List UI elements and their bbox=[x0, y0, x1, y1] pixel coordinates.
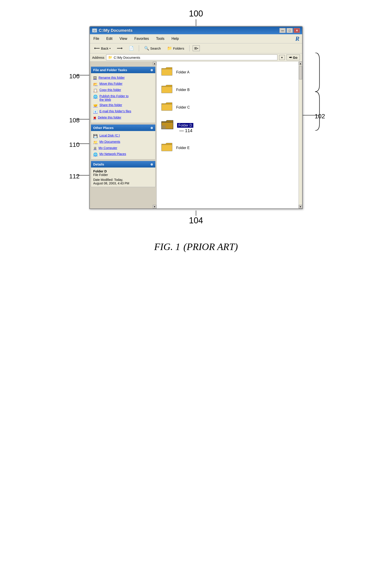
toolbar-divider-2 bbox=[189, 45, 190, 51]
task-share[interactable]: 🤝 Share this folder bbox=[93, 102, 153, 108]
folder-e-icon bbox=[161, 142, 173, 154]
go-label: Go bbox=[293, 56, 297, 59]
details-title: Details bbox=[93, 162, 104, 166]
folder-d-icon bbox=[161, 119, 174, 132]
menu-view[interactable]: View bbox=[119, 36, 128, 41]
left-scroll-up[interactable]: ▲ bbox=[153, 62, 156, 65]
details-collapse[interactable]: ⊗ bbox=[150, 162, 153, 166]
menu-bar: File Edit View Favorites Tools Help R bbox=[90, 34, 302, 43]
folder-d-label-wrapper: Folder D — 114 bbox=[177, 123, 193, 128]
forward-icon: ⟶ bbox=[117, 46, 123, 51]
folder-d-label: Folder D bbox=[177, 123, 193, 128]
figure-caption-main: FIG. 1 bbox=[154, 241, 180, 252]
folder-d-item[interactable]: Folder D — 114 bbox=[161, 119, 294, 132]
local-disk-icon: 💾 bbox=[93, 134, 98, 138]
folder-a-item[interactable]: Folder A bbox=[161, 66, 294, 78]
details-header[interactable]: Details ⊗ bbox=[91, 161, 155, 168]
annotation-114: — 114 bbox=[179, 128, 192, 133]
details-date-line1: Date Modified: Today, bbox=[93, 178, 153, 182]
move-icon: 📂 bbox=[93, 82, 98, 86]
task-move[interactable]: 📂 Move this Folder bbox=[93, 81, 153, 87]
annotation-110: 110 bbox=[69, 141, 80, 148]
menu-favorites[interactable]: Favorites bbox=[133, 36, 150, 41]
go-button[interactable]: ➡ Go bbox=[287, 54, 300, 60]
place-my-documents[interactable]: 📁 My Documents bbox=[93, 139, 153, 145]
search-label: Search bbox=[150, 46, 161, 50]
annotation-100: 100 bbox=[189, 9, 203, 19]
place-local-disk[interactable]: 💾 Local Disk (C:) bbox=[93, 133, 153, 139]
details-body: Folder D File Folder Date Modified: Toda… bbox=[91, 168, 155, 187]
window-controls: — □ ✕ bbox=[279, 28, 300, 33]
title-bar[interactable]: 🗂 C:\My Documents — □ ✕ bbox=[90, 27, 302, 34]
folder-c-icon bbox=[161, 101, 173, 113]
place-my-computer[interactable]: 🖥 My Computer bbox=[93, 145, 153, 151]
window-title: C:\My Documents bbox=[99, 28, 133, 33]
folder-c-item[interactable]: Folder C bbox=[161, 101, 294, 113]
folder-a-icon bbox=[161, 66, 173, 78]
scroll-thumb[interactable] bbox=[299, 66, 302, 79]
scroll-down-button[interactable]: ▼ bbox=[299, 205, 302, 208]
details-folder-name: Folder D bbox=[93, 169, 153, 173]
task-publish-label: Publish this Folder to the Web bbox=[99, 94, 129, 101]
address-dropdown[interactable]: ▾ bbox=[279, 55, 285, 60]
brace-102 bbox=[314, 53, 321, 130]
address-path: C:\My Documents bbox=[114, 56, 140, 59]
place-my-computer-label: My Computer bbox=[98, 146, 117, 150]
view-button[interactable]: ⊞ ▾ bbox=[193, 45, 200, 51]
scroll-up-button[interactable]: ▲ bbox=[299, 62, 302, 65]
task-publish[interactable]: 🌐 Publish this Folder to the Web bbox=[93, 93, 153, 102]
address-folder-icon: 📁 bbox=[108, 55, 112, 59]
details-folder-type: File Folder bbox=[93, 173, 153, 177]
minimize-button[interactable]: — bbox=[279, 28, 286, 33]
right-scrollbar[interactable]: ▲ ▼ bbox=[299, 62, 302, 208]
forward-button[interactable]: ⟶ bbox=[115, 45, 125, 52]
task-copy[interactable]: 📋 Copy this folder bbox=[93, 87, 153, 93]
title-bar-icon: 🗂 bbox=[92, 29, 97, 32]
go-arrow-icon: ➡ bbox=[289, 55, 292, 59]
figure-caption: FIG. 1 (PRIOR ART) bbox=[154, 239, 238, 253]
task-rename[interactable]: 🖼 Rename this folder bbox=[93, 75, 153, 81]
maximize-button[interactable]: □ bbox=[287, 28, 293, 33]
refresh-button[interactable]: 📄 bbox=[127, 45, 136, 52]
annotation-106: 106 bbox=[69, 73, 80, 80]
other-places-header[interactable]: Other Places ⊗ bbox=[91, 125, 155, 131]
left-panel: ▲ File and Folder Tasks ⊗ 🖼 Rename this … bbox=[90, 62, 157, 208]
address-bar: Address 📁 C:\My Documents ▾ ➡ Go bbox=[90, 53, 302, 62]
folder-e-label: Folder E bbox=[176, 146, 190, 150]
share-icon: 🤝 bbox=[93, 103, 98, 108]
task-rename-label: Rename this folder bbox=[98, 76, 125, 79]
close-button[interactable]: ✕ bbox=[294, 28, 300, 33]
other-places-collapse[interactable]: ⊗ bbox=[150, 126, 153, 130]
refresh-icon: 📄 bbox=[129, 46, 134, 51]
task-email-label: E-mail this folder's files bbox=[99, 109, 131, 113]
left-scroll-down[interactable]: ▼ bbox=[153, 205, 156, 208]
right-panel: Folder A Folder B bbox=[157, 62, 299, 208]
other-places-section: Other Places ⊗ 💾 Local Disk (C:) 📁 My Do… bbox=[91, 124, 155, 160]
search-button[interactable]: 🔍 Search bbox=[142, 45, 163, 52]
file-folder-tasks-title: File and Folder Tasks bbox=[93, 68, 127, 72]
place-my-network-label: My Network Places bbox=[99, 152, 126, 156]
back-button[interactable]: ⟵ Back ▾ bbox=[92, 45, 113, 52]
details-section: Details ⊗ Folder D File Folder Date Modi… bbox=[91, 161, 155, 187]
email-icon: 📧 bbox=[93, 110, 98, 114]
folders-button[interactable]: 📁 Folders bbox=[165, 45, 186, 52]
file-folder-tasks-collapse[interactable]: ⊗ bbox=[150, 68, 153, 72]
menu-file[interactable]: File bbox=[93, 36, 100, 41]
task-delete[interactable]: ✖ Delete this folder bbox=[93, 115, 153, 121]
file-folder-tasks-header[interactable]: File and Folder Tasks ⊗ bbox=[91, 67, 155, 73]
search-icon: 🔍 bbox=[144, 46, 149, 51]
back-icon: ⟵ bbox=[94, 46, 100, 51]
task-email[interactable]: 📧 E-mail this folder's files bbox=[93, 108, 153, 115]
annotation-104: 104 bbox=[189, 216, 203, 225]
folder-e-item[interactable]: Folder E bbox=[161, 142, 294, 154]
folder-b-item[interactable]: Folder B bbox=[161, 84, 294, 96]
menu-tools[interactable]: Tools bbox=[155, 36, 165, 41]
place-my-network[interactable]: 🌐 My Network Places bbox=[93, 151, 153, 158]
menu-help[interactable]: Help bbox=[171, 36, 180, 41]
menu-edit[interactable]: Edit bbox=[105, 36, 113, 41]
annotation-108: 108 bbox=[69, 117, 80, 124]
task-share-label: Share this folder bbox=[99, 103, 122, 107]
address-field[interactable]: 📁 C:\My Documents bbox=[106, 54, 277, 60]
rename-icon: 🖼 bbox=[93, 76, 97, 80]
my-computer-icon: 🖥 bbox=[93, 146, 97, 150]
